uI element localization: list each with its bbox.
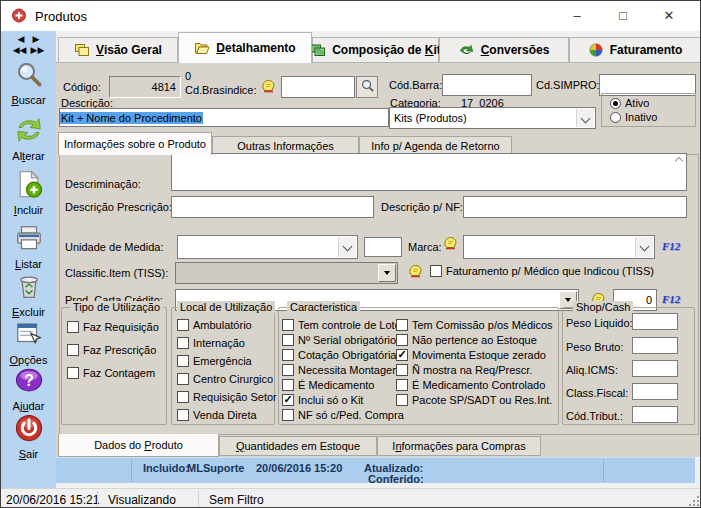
nav-last-icon[interactable]: ▶▶ [31,45,45,56]
checkbox-serial-obrigatorio[interactable]: Nº Serial obrigatório [282,334,396,346]
checkbox-nao-mostra-req-prescr[interactable]: Ñ mostra na Req/Prescr. [396,364,532,376]
checkbox-label: NF só c/Ped. Compra [298,409,404,421]
marca-combobox[interactable] [463,235,655,259]
unidade-qty-input[interactable] [364,237,402,257]
power-icon [14,413,44,447]
sidebar-button-incluir[interactable]: Incluir [1,169,56,216]
sidebar-button-ajudar[interactable]: ? Ajudar [1,365,56,412]
descricao-prescricao-input[interactable] [171,196,374,218]
codbarra-input[interactable] [442,74,532,96]
checkbox-pacote-sp-sadt[interactable]: Pacote SP/SADT ou Res.Int. [396,394,552,406]
aliq-icms-input[interactable] [632,360,678,377]
checkbox-movimenta-estoque-zerado[interactable]: Movimenta Estoque zerado [396,349,546,361]
tab-detalhamento[interactable]: Detalhamento [178,32,312,63]
tab-quantidades-em-estoque[interactable]: Quantidades em Estoque [219,436,377,456]
checkbox-e-medicamento[interactable]: É Medicamento [282,379,374,391]
status-datetime: 20/06/2016 15:21 [6,493,99,507]
minimize-button[interactable]: – [554,1,600,30]
f12-lookup-icon[interactable]: F12 [662,293,680,305]
group-title: Local de Utilização [177,301,275,313]
tab-label: Visão Geral [96,43,162,57]
unidade-medida-label: Unidade de Medida: [65,241,163,253]
nav-next-icon[interactable]: ▶ [33,34,40,45]
nav-first-icon[interactable]: ◀◀ [13,45,27,56]
tab-label: Informações sobre o Produto [64,138,206,150]
f12-lookup-icon[interactable]: F12 [662,240,680,252]
tab-faturamento[interactable]: Faturamento [569,37,701,63]
checkbox-faturamento-tiss[interactable]: Faturamento p/ Médico que Indicou (TISS) [430,265,654,277]
checkbox-box [177,391,189,403]
tab-label: Quantidades em Estoque [236,440,360,452]
checkbox-venda-direta[interactable]: Venda Direta [177,409,257,421]
checkbox-requisicao-setor[interactable]: Requisição Setor [177,391,277,403]
checkbox-box [282,364,294,376]
checkbox-inclui-so-o-kit[interactable]: Inclui só o Kit [282,394,363,406]
cod-tribut-input[interactable] [632,406,678,423]
maximize-button[interactable]: □ [600,1,646,30]
checkbox-tem-controle-de-lote[interactable]: Tem controle de Lote [282,319,401,331]
sidebar-button-excluir[interactable]: Excluir [1,271,56,318]
descricao-nf-input[interactable] [463,196,687,218]
sidebar-button-alterar[interactable]: Alterar [1,115,56,162]
radio-inativo[interactable]: Inativo [610,111,657,123]
checkbox-box [67,344,79,356]
tab-conversoes[interactable]: Conversões [439,37,569,63]
checkbox-centro-cirurgico[interactable]: Centro Cirurgico [177,373,273,385]
checkbox-label: Ambulatório [193,319,252,331]
peso-liquido-input[interactable] [632,313,678,330]
trash-icon [14,271,44,305]
categoria-selected-value: Kits (Produtos) [394,112,467,124]
descriminacao-textarea[interactable] [171,153,687,191]
classific-item-combobox[interactable] [175,262,398,284]
incluido-value: MLSuporte [187,462,244,474]
checkbox-medicamento-controlado[interactable]: É Medicamento Controlado [396,379,545,391]
sidebar-button-opcoes[interactable]: Opções [1,319,56,366]
convert-arrow-icon [459,42,475,58]
descricao-nf-label: Descrição p/ NF: [381,201,463,213]
categoria-combobox[interactable]: Kits (Produtos) [389,107,596,129]
sidebar-button-listar[interactable]: Listar [1,223,56,270]
close-button[interactable]: ✕ [646,1,692,30]
descricao-input[interactable]: Kit + Nome do Procedimento [59,108,389,127]
checkbox-faz-prescricao[interactable]: Faz Prescrição [67,344,156,356]
printer-icon [14,223,44,257]
codigo-label: Código: [63,81,101,93]
checkbox-internacao[interactable]: Internação [177,337,245,349]
checkbox-emergencia[interactable]: Emergência [177,355,252,367]
checkbox-tem-comissao-medicos[interactable]: Tem Comissão p/os Médicos [396,319,553,331]
checkbox-necessita-montagem[interactable]: Necessita Montagem [282,364,401,376]
audit-strip: Incluido: MLSuporte 20/06/2016 15:20 Atu… [56,457,695,483]
unidade-medida-combobox[interactable] [177,235,358,259]
checkbox-ambulatorio[interactable]: Ambulatório [177,319,252,331]
peso-bruto-input[interactable] [632,337,678,354]
sidebar-button-sair[interactable]: Sair [1,413,56,460]
tab-composicao-de-kit[interactable]: Composição de Kit [312,37,439,63]
checkbox-nf-so-ped-compra[interactable]: NF só c/Ped. Compra [282,409,404,421]
kit-folder-icon [310,42,326,58]
tab-label: Composição de Kit [332,43,441,57]
checkbox-faz-contagem[interactable]: Faz Contagem [67,367,155,379]
detalhamento-panel: Código: 4814 0 Cd.Brasindice: Cód.Barra:… [56,63,701,457]
checkbox-cotacao-obrigatoria[interactable]: Cotação Obrigatória [282,349,396,361]
tab-dados-do-produto[interactable]: Dados do Produto [58,434,219,457]
tab-visao-geral[interactable]: Visão Geral [58,37,178,63]
sidebar-button-buscar[interactable]: Buscar [1,59,56,106]
statusbar: 20/06/2016 15:21 Visualizando Sem Filtro [1,488,701,508]
class-fiscal-input[interactable] [632,383,678,400]
hint-hand-icon[interactable] [260,78,277,94]
radio-ativo[interactable]: Ativo [610,97,649,109]
checkbox-label: Tem controle de Lote [298,319,401,331]
scrollbar-up-icon[interactable] [676,156,684,164]
tab-informacoes-para-compras[interactable]: Informações para Compras [377,436,541,456]
hint-hand-icon[interactable] [407,263,424,279]
brasindice-input[interactable] [281,76,355,98]
checkbox-faz-requisicao[interactable]: Faz Requisição [67,321,159,333]
tab-label: Outras Informações [237,140,334,152]
tab-informacoes-sobre-o-produto[interactable]: Informações sobre o Produto [58,132,212,155]
nav-prev-icon[interactable]: ◀ [18,34,25,45]
hint-hand-icon[interactable] [442,235,459,251]
checkbox-nao-pertence-estoque[interactable]: Não pertence ao Estoque [396,334,537,346]
checkbox-label: Ñ mostra na Req/Prescr. [412,364,532,376]
resize-grip[interactable] [689,496,699,506]
brasindice-search-button[interactable] [356,76,378,98]
